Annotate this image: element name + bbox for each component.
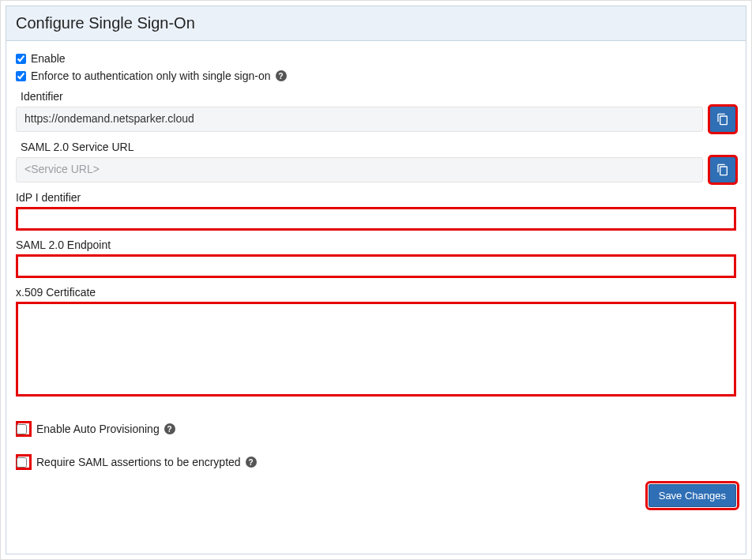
require-encrypted-checkbox[interactable] bbox=[17, 457, 27, 468]
saml-endpoint-input[interactable] bbox=[16, 254, 736, 278]
idp-identifier-label: IdP I dentifier bbox=[16, 191, 736, 204]
identifier-group: Identifier https://ondemand.netsparker.c… bbox=[16, 90, 736, 133]
panel-title: Configure Single Sign-On bbox=[6, 6, 746, 41]
saml-endpoint-group: SAML 2.0 Endpoint bbox=[16, 239, 736, 278]
help-icon[interactable]: ? bbox=[246, 457, 257, 468]
help-icon[interactable]: ? bbox=[164, 423, 175, 434]
enable-row: Enable bbox=[16, 52, 736, 65]
saml-endpoint-label: SAML 2.0 Endpoint bbox=[16, 239, 736, 251]
footer-row: Save Changes bbox=[16, 484, 736, 507]
enforce-row: Enforce to authentication only with sing… bbox=[16, 70, 736, 82]
require-encrypted-row: Require SAML assertions to be encrypted … bbox=[16, 454, 736, 470]
copy-identifier-button[interactable] bbox=[709, 106, 736, 133]
copy-icon bbox=[716, 163, 729, 176]
identifier-label: Identifier bbox=[21, 90, 736, 103]
certificate-group: x.509 Certificate bbox=[16, 286, 736, 399]
enable-checkbox[interactable] bbox=[16, 54, 26, 64]
enforce-label: Enforce to authentication only with sing… bbox=[31, 70, 271, 82]
service-url-label: SAML 2.0 Service URL bbox=[21, 141, 736, 153]
help-icon[interactable]: ? bbox=[276, 70, 287, 81]
service-url-group: SAML 2.0 Service URL <Service URL> bbox=[16, 141, 736, 183]
idp-identifier-input[interactable] bbox=[16, 207, 736, 231]
auto-provisioning-checkbox[interactable] bbox=[17, 424, 27, 434]
idp-identifier-group: IdP I dentifier bbox=[16, 191, 736, 231]
identifier-value: https://ondemand.netsparker.cloud bbox=[16, 107, 703, 132]
certificate-input[interactable] bbox=[16, 302, 736, 397]
require-encrypted-label: Require SAML assertions to be encrypted bbox=[36, 456, 241, 468]
copy-icon bbox=[716, 113, 729, 126]
auto-provisioning-label: Enable Auto Provisioning bbox=[36, 423, 160, 435]
service-url-value: <Service URL> bbox=[16, 157, 703, 182]
enforce-checkbox[interactable] bbox=[16, 71, 26, 81]
save-changes-button[interactable]: Save Changes bbox=[649, 484, 736, 507]
enable-label: Enable bbox=[31, 52, 66, 65]
copy-service-url-button[interactable] bbox=[709, 156, 736, 183]
sso-config-panel: Configure Single Sign-On Enable Enforce … bbox=[6, 6, 746, 554]
certificate-label: x.509 Certificate bbox=[16, 286, 736, 299]
auto-provisioning-row: Enable Auto Provisioning ? bbox=[16, 421, 736, 437]
